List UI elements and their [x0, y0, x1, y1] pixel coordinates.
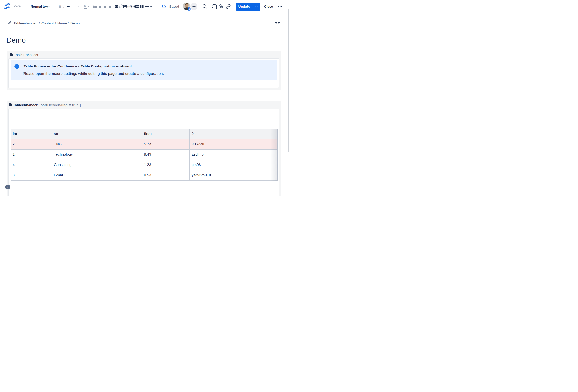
svg-text:S: S [188, 8, 190, 10]
